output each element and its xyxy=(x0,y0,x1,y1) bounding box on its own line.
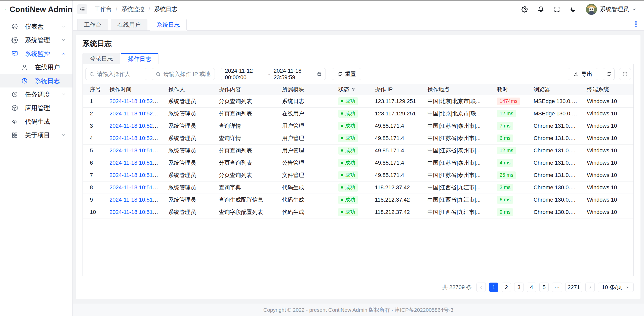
logo[interactable]: ContiNew Admin xyxy=(0,1,72,19)
duration-badge: 4 ms xyxy=(497,159,513,167)
row-browser: Chrome 131.0.0.0 xyxy=(527,169,580,181)
operation-time-link[interactable]: 2024-11-18 10:51:55 xyxy=(109,147,160,154)
search-icon xyxy=(155,71,161,77)
sidebar-item-label: 系统管理 xyxy=(25,36,54,44)
sidebar-item-code-generation[interactable]: 代码生成 xyxy=(0,115,72,128)
row-time-cell: 2024-11-18 10:52:47 xyxy=(102,107,161,120)
date-range-picker[interactable]: 2024-11-12 00:00:00 - 2024-11-18 23:59:5… xyxy=(221,68,326,80)
refresh-table-button[interactable] xyxy=(603,68,615,80)
brand-logo-icon xyxy=(5,4,6,15)
filter-funnel-icon[interactable] xyxy=(351,87,356,92)
next-page-button[interactable] xyxy=(585,283,595,292)
sidebar-item-about-project[interactable]: 关于项目 xyxy=(0,128,72,142)
page-button-2[interactable]: 2 xyxy=(502,283,511,292)
row-module: 系统日志 xyxy=(275,95,331,107)
moon-icon[interactable] xyxy=(570,6,576,13)
operation-time-link[interactable]: 2024-11-18 10:51:53 xyxy=(109,160,160,166)
operation-time-link[interactable]: 2024-11-18 10:52:55 xyxy=(109,98,160,104)
page-size-select[interactable]: 10 条/页 xyxy=(598,283,634,292)
row-ip: 49.85.171.4 xyxy=(368,169,420,181)
page-tab-online-users[interactable]: 在线用户 xyxy=(111,19,147,30)
row-content: 分页查询列表 xyxy=(212,95,275,107)
operation-time-link[interactable]: 2024-11-18 10:51:49 xyxy=(109,209,160,215)
row-status-cell: 成功 xyxy=(331,181,368,194)
sidebar-item-dashboard[interactable]: 仪表盘 xyxy=(0,20,72,33)
tab-login-log[interactable]: 登录日志 xyxy=(83,53,120,64)
duration-badge: 12 ms xyxy=(497,110,516,117)
page-button-last[interactable]: 2271 xyxy=(565,283,582,292)
row-duration-cell: 25 ms xyxy=(490,169,527,181)
settings-gear-icon[interactable] xyxy=(521,6,528,13)
row-operator: 系统管理员 xyxy=(161,194,212,206)
page-tab-workbench[interactable]: 工作台 xyxy=(77,19,108,30)
status-text: 成功 xyxy=(345,209,355,215)
column-header: 终端系统 xyxy=(580,84,633,95)
duration-badge: 25 ms xyxy=(497,171,516,179)
row-duration-cell: 12 ms xyxy=(490,144,527,157)
status-dot xyxy=(341,149,343,152)
duration-badge: 12 ms xyxy=(497,147,516,154)
prev-page-button[interactable] xyxy=(476,283,486,292)
ip-search-input[interactable] xyxy=(164,71,211,77)
status-badge: 成功 xyxy=(338,97,358,105)
fullscreen-icon[interactable] xyxy=(554,6,560,13)
row-status-cell: 成功 xyxy=(331,95,368,107)
content-card: 系统日志 登录日志 操作日志 xyxy=(76,35,640,299)
page-button-4[interactable]: 4 xyxy=(527,283,536,292)
table-header-row: 序号 操作时间 操作人 操作内容 所属模块 状态 xyxy=(83,84,633,95)
column-header-status: 状态 xyxy=(331,84,368,95)
operation-time-link[interactable]: 2024-11-18 10:51:50 xyxy=(109,184,160,191)
sidebar-item-app-management[interactable]: 应用管理 xyxy=(0,101,72,115)
row-module: 代码生成 xyxy=(275,194,331,206)
ip-search-field xyxy=(152,68,215,80)
status-badge: 成功 xyxy=(338,134,358,142)
tab-operation-log[interactable]: 操作日志 xyxy=(121,53,158,64)
user-menu[interactable]: 系统管理员 xyxy=(586,4,636,15)
operator-search-input[interactable] xyxy=(97,71,143,77)
row-duration-cell: 6 ms xyxy=(490,194,527,206)
sidebar-item-online-users[interactable]: 在线用户 xyxy=(0,60,72,74)
row-duration-cell: 7 ms xyxy=(490,120,527,132)
tab-label: 操作日志 xyxy=(128,55,151,63)
sidebar-item-system-monitor[interactable]: 系统监控 xyxy=(0,47,72,60)
tabs-more-menu[interactable] xyxy=(633,21,638,27)
operation-time-link[interactable]: 2024-11-18 10:51:52 xyxy=(109,172,160,178)
sidebar-item-system-management[interactable]: 系统管理 xyxy=(0,33,72,47)
row-duration-cell: 1474ms xyxy=(490,95,527,107)
row-time-cell: 2024-11-18 10:51:49 xyxy=(102,206,161,218)
bell-icon[interactable] xyxy=(538,6,544,13)
row-os: Windows 10 xyxy=(580,157,633,169)
row-operator: 系统管理员 xyxy=(161,95,212,107)
page-ellipsis-button[interactable]: ··· xyxy=(552,283,562,292)
page-button-1[interactable]: 1 xyxy=(489,283,498,292)
row-content: 分页查询列表 xyxy=(212,144,275,157)
breadcrumb-item[interactable]: 工作台 xyxy=(94,5,112,13)
table-row: 22024-11-18 10:52:47系统管理员分页查询列表在线用户成功123… xyxy=(83,107,633,120)
operation-time-link[interactable]: 2024-11-18 10:51:49 xyxy=(109,197,160,203)
avatar xyxy=(586,4,597,15)
operation-time-link[interactable]: 2024-11-18 10:52:47 xyxy=(109,110,160,117)
table-row: 72024-11-18 10:51:52系统管理员分页查询列表文件管理成功49.… xyxy=(83,169,633,181)
column-header: 耗时 xyxy=(490,84,527,95)
breadcrumb-item[interactable]: 系统监控 xyxy=(121,5,144,13)
page-button-5[interactable]: 5 xyxy=(539,283,549,292)
page-button-3[interactable]: 3 xyxy=(514,283,524,292)
row-index: 2 xyxy=(83,107,102,120)
main-column: 工作台 / 系统监控 / 系统日志 xyxy=(73,1,644,316)
collapse-sidebar-button[interactable] xyxy=(77,4,87,14)
sidebar-item-task-scheduling[interactable]: 任务调度 xyxy=(0,87,72,101)
app-title: ContiNew Admin xyxy=(10,5,72,14)
export-button[interactable]: 导出 xyxy=(568,68,598,80)
row-duration-cell: 4 ms xyxy=(490,157,527,169)
operation-time-link[interactable]: 2024-11-18 10:52:05 xyxy=(109,135,160,141)
sidebar-item-label: 系统日志 xyxy=(35,77,66,85)
operation-time-link[interactable]: 2024-11-18 10:52:12 xyxy=(109,123,160,129)
reset-button[interactable]: 重置 xyxy=(332,68,361,80)
sidebar-item-system-log[interactable]: 系统日志 xyxy=(0,74,72,87)
page-tab-system-log[interactable]: 系统日志 xyxy=(150,19,187,30)
status-text: 成功 xyxy=(345,184,355,191)
expand-table-button[interactable] xyxy=(619,68,631,80)
column-header: 操作内容 xyxy=(212,84,275,95)
row-os: Windows 10 xyxy=(580,120,633,132)
row-ip: 49.85.171.4 xyxy=(368,144,420,157)
